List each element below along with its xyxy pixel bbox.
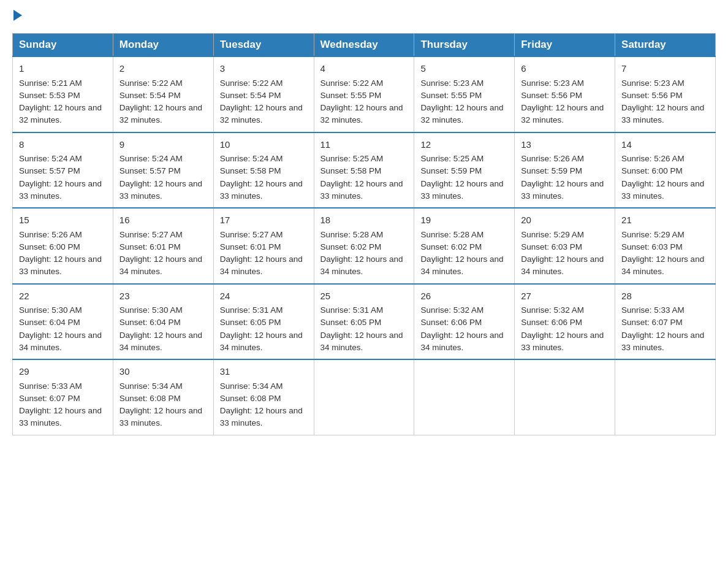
daylight-text: Daylight: 12 hours and 34 minutes. (19, 331, 102, 352)
calendar-cell: 31Sunrise: 5:34 AMSunset: 6:08 PMDayligh… (213, 359, 314, 435)
sunrise-text: Sunrise: 5:22 AM (119, 79, 183, 88)
daylight-text: Daylight: 12 hours and 33 minutes. (19, 255, 102, 276)
day-number: 21 (621, 213, 709, 228)
calendar-cell: 23Sunrise: 5:30 AMSunset: 6:04 PMDayligh… (113, 284, 213, 360)
daylight-text: Daylight: 12 hours and 33 minutes. (19, 179, 102, 201)
daylight-text: Daylight: 12 hours and 33 minutes. (621, 179, 704, 201)
sunset-text: Sunset: 5:53 PM (19, 91, 80, 100)
sunset-text: Sunset: 5:54 PM (119, 91, 181, 100)
sunset-text: Sunset: 6:03 PM (621, 242, 683, 251)
calendar-cell: 2Sunrise: 5:22 AMSunset: 5:54 PMDaylight… (113, 56, 213, 132)
sunset-text: Sunset: 6:02 PM (320, 242, 382, 251)
sunrise-text: Sunrise: 5:28 AM (320, 230, 384, 239)
sunrise-text: Sunrise: 5:23 AM (621, 79, 684, 88)
week-row-1: 1Sunrise: 5:21 AMSunset: 5:53 PMDaylight… (13, 56, 716, 132)
sunrise-text: Sunrise: 5:24 AM (119, 154, 183, 163)
calendar-cell: 14Sunrise: 5:26 AMSunset: 6:00 PMDayligh… (615, 132, 716, 209)
daylight-text: Daylight: 12 hours and 33 minutes. (119, 406, 202, 427)
column-header-sunday: Sunday (13, 34, 113, 57)
sunset-text: Sunset: 6:05 PM (320, 318, 382, 327)
calendar-cell (515, 359, 615, 435)
day-number: 28 (621, 289, 709, 304)
daylight-text: Daylight: 12 hours and 32 minutes. (320, 103, 403, 124)
calendar-cell (314, 359, 414, 435)
daylight-text: Daylight: 12 hours and 32 minutes. (220, 103, 303, 124)
sunrise-text: Sunrise: 5:23 AM (420, 79, 483, 88)
calendar-cell: 20Sunrise: 5:29 AMSunset: 6:03 PMDayligh… (515, 208, 615, 284)
calendar-cell: 10Sunrise: 5:24 AMSunset: 5:58 PMDayligh… (213, 132, 314, 209)
day-number: 19 (420, 213, 508, 228)
daylight-text: Daylight: 12 hours and 33 minutes. (19, 406, 102, 427)
day-number: 20 (521, 213, 609, 228)
calendar-cell: 26Sunrise: 5:32 AMSunset: 6:06 PMDayligh… (414, 284, 515, 360)
sunrise-text: Sunrise: 5:22 AM (320, 79, 384, 88)
sunrise-text: Sunrise: 5:30 AM (19, 305, 82, 315)
sunset-text: Sunset: 6:07 PM (621, 318, 683, 327)
calendar-cell: 6Sunrise: 5:23 AMSunset: 5:56 PMDaylight… (515, 56, 615, 132)
daylight-text: Daylight: 12 hours and 33 minutes. (621, 331, 704, 352)
column-header-monday: Monday (113, 34, 213, 57)
day-number: 10 (220, 138, 308, 152)
daylight-text: Daylight: 12 hours and 34 minutes. (621, 255, 704, 276)
calendar-cell: 13Sunrise: 5:26 AMSunset: 5:59 PMDayligh… (515, 132, 615, 209)
column-header-tuesday: Tuesday (213, 34, 314, 57)
sunset-text: Sunset: 6:08 PM (220, 394, 281, 403)
day-number: 11 (320, 138, 408, 152)
day-number: 22 (19, 289, 107, 304)
calendar-cell: 22Sunrise: 5:30 AMSunset: 6:04 PMDayligh… (13, 284, 113, 360)
calendar-cell: 28Sunrise: 5:33 AMSunset: 6:07 PMDayligh… (615, 284, 716, 360)
daylight-text: Daylight: 12 hours and 34 minutes. (420, 331, 503, 352)
sunrise-text: Sunrise: 5:24 AM (19, 154, 82, 163)
sunrise-text: Sunrise: 5:34 AM (220, 381, 283, 391)
daylight-text: Daylight: 12 hours and 32 minutes. (521, 103, 604, 124)
day-number: 14 (621, 138, 709, 152)
column-header-friday: Friday (515, 34, 615, 57)
calendar-cell: 3Sunrise: 5:22 AMSunset: 5:54 PMDaylight… (213, 56, 314, 132)
day-number: 25 (320, 289, 408, 304)
calendar-cell: 21Sunrise: 5:29 AMSunset: 6:03 PMDayligh… (615, 208, 716, 284)
sunrise-text: Sunrise: 5:30 AM (119, 305, 183, 315)
calendar-cell: 29Sunrise: 5:33 AMSunset: 6:07 PMDayligh… (13, 359, 113, 435)
week-row-2: 8Sunrise: 5:24 AMSunset: 5:57 PMDaylight… (13, 132, 716, 209)
day-number: 4 (320, 62, 408, 76)
day-number: 23 (119, 289, 207, 304)
week-row-4: 22Sunrise: 5:30 AMSunset: 6:04 PMDayligh… (13, 284, 716, 360)
day-number: 12 (420, 138, 508, 152)
daylight-text: Daylight: 12 hours and 34 minutes. (420, 255, 503, 276)
calendar-header-row: SundayMondayTuesdayWednesdayThursdayFrid… (13, 34, 716, 57)
daylight-text: Daylight: 12 hours and 33 minutes. (220, 406, 303, 427)
daylight-text: Daylight: 12 hours and 34 minutes. (521, 255, 604, 276)
calendar-cell: 7Sunrise: 5:23 AMSunset: 5:56 PMDaylight… (615, 56, 716, 132)
sunset-text: Sunset: 5:58 PM (220, 166, 281, 175)
day-number: 27 (521, 289, 609, 304)
daylight-text: Daylight: 12 hours and 33 minutes. (220, 179, 303, 201)
sunrise-text: Sunrise: 5:25 AM (320, 154, 384, 163)
week-row-5: 29Sunrise: 5:33 AMSunset: 6:07 PMDayligh… (13, 359, 716, 435)
day-number: 16 (119, 213, 207, 228)
sunset-text: Sunset: 6:08 PM (119, 394, 181, 403)
daylight-text: Daylight: 12 hours and 33 minutes. (320, 179, 403, 201)
day-number: 8 (19, 138, 107, 152)
sunrise-text: Sunrise: 5:27 AM (119, 230, 183, 239)
day-number: 1 (19, 62, 107, 76)
sunrise-text: Sunrise: 5:26 AM (621, 154, 684, 163)
sunrise-text: Sunrise: 5:29 AM (521, 230, 584, 239)
sunset-text: Sunset: 6:00 PM (621, 166, 683, 175)
sunset-text: Sunset: 6:03 PM (521, 242, 582, 251)
sunrise-text: Sunrise: 5:24 AM (220, 154, 283, 163)
sunset-text: Sunset: 5:55 PM (420, 91, 482, 100)
day-number: 3 (220, 62, 308, 76)
calendar-cell: 9Sunrise: 5:24 AMSunset: 5:57 PMDaylight… (113, 132, 213, 209)
sunset-text: Sunset: 6:02 PM (420, 242, 482, 251)
calendar-cell: 16Sunrise: 5:27 AMSunset: 6:01 PMDayligh… (113, 208, 213, 284)
logo (12, 12, 22, 21)
sunrise-text: Sunrise: 5:28 AM (420, 230, 483, 239)
sunset-text: Sunset: 6:06 PM (521, 318, 582, 327)
daylight-text: Daylight: 12 hours and 33 minutes. (521, 179, 604, 201)
sunset-text: Sunset: 5:59 PM (521, 166, 582, 175)
column-header-thursday: Thursday (414, 34, 515, 57)
sunset-text: Sunset: 5:54 PM (220, 91, 281, 100)
sunrise-text: Sunrise: 5:26 AM (521, 154, 584, 163)
calendar-cell: 17Sunrise: 5:27 AMSunset: 6:01 PMDayligh… (213, 208, 314, 284)
week-row-3: 15Sunrise: 5:26 AMSunset: 6:00 PMDayligh… (13, 208, 716, 284)
